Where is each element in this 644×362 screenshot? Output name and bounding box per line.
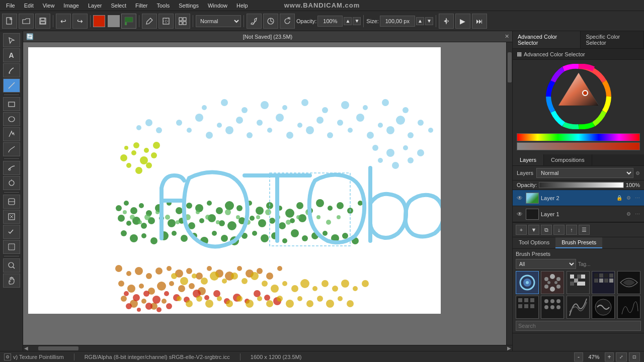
brush-preset-7[interactable] xyxy=(541,296,564,319)
canvas-scroll-area[interactable] xyxy=(23,42,506,345)
menu-settings[interactable]: Settings xyxy=(175,2,203,10)
layer-row-layer1[interactable]: 👁 Layer 1 ⚙ ⋯ xyxy=(513,206,644,222)
scroll-right-button[interactable]: ▶ xyxy=(507,345,511,351)
freehand-select-button[interactable] xyxy=(3,127,20,141)
layer1-more-button[interactable]: ⋯ xyxy=(634,211,641,218)
brush-preset-4[interactable] xyxy=(592,271,615,294)
horizontal-scrollbar[interactable]: ◀ ▶ xyxy=(23,345,512,351)
brush-preset-1[interactable] xyxy=(516,271,539,294)
scroll-left-button[interactable]: ◀ xyxy=(24,345,28,351)
brush-preset-9[interactable] xyxy=(592,296,615,319)
background-color-box[interactable] xyxy=(108,15,120,27)
brush-tool-button[interactable] xyxy=(142,14,157,29)
layer2-more-button[interactable]: ⋯ xyxy=(634,195,641,202)
move-layer-down-button[interactable]: ↓ xyxy=(553,225,565,235)
layer2-lock-button[interactable]: 🔒 xyxy=(616,195,623,202)
ellipse-tool-button[interactable] xyxy=(3,112,20,126)
size-up-button[interactable]: ▲ xyxy=(416,17,424,25)
save-document-button[interactable] xyxy=(35,14,50,29)
color-picker-button[interactable] xyxy=(121,14,136,29)
layers-blend-mode[interactable]: Normal xyxy=(536,168,633,178)
zoom-in-button[interactable]: + xyxy=(605,352,614,361)
vertical-scrollbar[interactable] xyxy=(506,42,512,345)
selection-tool-button[interactable] xyxy=(3,225,20,239)
end-frame-button[interactable]: ⏭ xyxy=(472,14,487,29)
brush-preset-6[interactable] xyxy=(516,296,539,319)
redo-button[interactable]: ↪ xyxy=(72,14,88,29)
layers-opacity-bar[interactable] xyxy=(539,182,624,188)
add-layer-button[interactable]: + xyxy=(516,225,527,235)
zoom-fit-button[interactable]: ⤢ xyxy=(616,352,627,361)
rectangle-tool-button[interactable] xyxy=(3,97,20,111)
blend-mode-select[interactable]: Normal xyxy=(196,15,241,27)
layer2-settings-button[interactable]: ⚙ xyxy=(625,195,632,202)
brush-preset-3[interactable] xyxy=(567,271,590,294)
layer1-visibility-button[interactable]: 👁 xyxy=(516,210,524,218)
opacity-down-button[interactable]: ▼ xyxy=(353,17,361,25)
clone-stamp-button[interactable] xyxy=(3,176,20,190)
horizontal-scrollbar-thumb[interactable] xyxy=(38,346,78,350)
brush-preset-8[interactable] xyxy=(567,296,590,319)
menu-filter[interactable]: Filter xyxy=(131,2,151,10)
flow-button[interactable] xyxy=(263,14,278,29)
smudge-tool-button[interactable] xyxy=(3,161,20,175)
menu-help[interactable]: Help xyxy=(232,2,252,10)
new-document-button[interactable] xyxy=(2,14,17,29)
opacity-input[interactable] xyxy=(317,16,343,27)
menu-window[interactable]: Window xyxy=(204,2,231,10)
zoom-out-button[interactable]: - xyxy=(574,352,583,361)
layer2-visibility-button[interactable]: 👁 xyxy=(516,194,524,202)
menu-select[interactable]: Select xyxy=(107,2,130,10)
line-tool-button[interactable] xyxy=(3,78,20,93)
text-tool-button[interactable]: A xyxy=(3,48,20,62)
tab-compositions[interactable]: Compositions xyxy=(544,154,592,165)
menu-edit[interactable]: Edit xyxy=(20,2,38,10)
zoom-fill-button[interactable]: ⊡ xyxy=(629,352,640,361)
paint-brush-button[interactable] xyxy=(3,63,20,77)
saturation-bar[interactable] xyxy=(517,142,640,150)
grid-tool-button[interactable] xyxy=(175,14,190,29)
brush-filter-select[interactable]: All xyxy=(516,259,576,269)
dodge-burn-button[interactable] xyxy=(3,195,20,209)
menu-image[interactable]: Image xyxy=(59,2,83,10)
tab-brush-presets[interactable]: Brush Presets xyxy=(555,237,602,248)
menu-tools[interactable]: Tools xyxy=(153,2,174,10)
size-input[interactable] xyxy=(380,16,415,27)
hand-tool-button[interactable] xyxy=(3,274,20,288)
layer-row-layer2[interactable]: 👁 Layer 2 🔒 ⚙ ⋯ xyxy=(513,190,644,206)
vertical-scrollbar-thumb[interactable] xyxy=(508,52,512,82)
healing-tool-button[interactable] xyxy=(3,210,20,224)
add-layer-dropdown-button[interactable]: ▼ xyxy=(528,225,539,235)
duplicate-layer-button[interactable]: ⧉ xyxy=(541,225,552,235)
transform-tool-button[interactable] xyxy=(158,14,174,29)
hue-gradient-bar[interactable] xyxy=(517,133,640,141)
foreground-color-box[interactable] xyxy=(93,15,105,27)
color-wheel[interactable] xyxy=(546,64,611,129)
tab-tool-options[interactable]: Tool Options xyxy=(513,237,555,248)
canvas-close-button[interactable]: ✕ xyxy=(505,33,509,40)
paint-canvas[interactable] xyxy=(28,47,441,314)
open-document-button[interactable] xyxy=(19,14,34,29)
undo-button[interactable]: ↩ xyxy=(56,14,71,29)
opacity-up-button[interactable]: ▲ xyxy=(344,17,352,25)
layer-properties-button[interactable]: ☰ xyxy=(579,225,590,235)
menu-view[interactable]: View xyxy=(39,2,59,10)
menu-file[interactable]: File xyxy=(2,2,19,10)
layer1-settings-button[interactable]: ⚙ xyxy=(625,211,632,218)
warp-tool-button[interactable] xyxy=(3,240,20,254)
brush-search-input[interactable] xyxy=(516,321,641,331)
menu-layer[interactable]: Layer xyxy=(84,2,106,10)
refresh-button[interactable] xyxy=(280,14,295,29)
select-tool-button[interactable] xyxy=(3,33,20,47)
brush-paint-button[interactable] xyxy=(247,14,262,29)
brush-preset-5[interactable] xyxy=(617,271,640,294)
brush-preset-2[interactable] xyxy=(541,271,564,294)
tab-specific-color-selector[interactable]: Specific Color Selector xyxy=(581,31,644,48)
tab-layers[interactable]: Layers xyxy=(513,154,544,165)
tab-advanced-color-selector[interactable]: Advanced Color Selector xyxy=(513,31,581,48)
size-down-button[interactable]: ▼ xyxy=(425,17,433,25)
flip-horizontal-button[interactable] xyxy=(439,14,454,29)
move-layer-up-button[interactable]: ↑ xyxy=(566,225,577,235)
next-frame-button[interactable]: ▶ xyxy=(455,14,470,29)
brush-preset-10[interactable] xyxy=(617,296,640,319)
